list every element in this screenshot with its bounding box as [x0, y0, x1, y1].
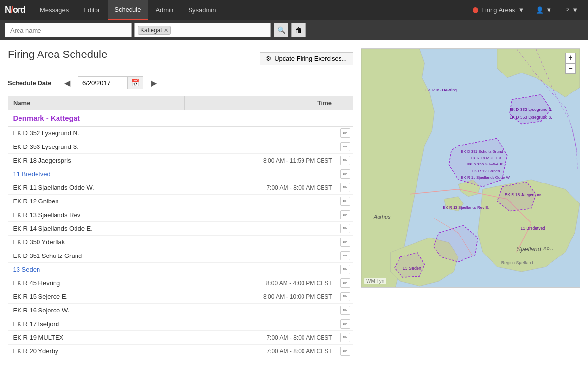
- svg-text:Ko...: Ko...: [543, 245, 553, 251]
- user-menu-button[interactable]: 👤 ▼: [531, 0, 557, 20]
- time-cell: 7:00 AM - 8:00 AM CEST: [184, 181, 337, 195]
- nav-item-sysadmin[interactable]: Sysadmin: [181, 0, 223, 20]
- table-row: EK R 18 Jaegerspris8:00 AM - 11:59 PM CE…: [8, 154, 353, 167]
- time-cell: 8:00 AM - 4:00 PM CEST: [184, 276, 337, 290]
- time-cell: [184, 140, 337, 154]
- nav-item-admin[interactable]: Admin: [149, 0, 180, 20]
- edit-button[interactable]: ✏: [340, 347, 350, 356]
- kattegat-tag[interactable]: Kattegat ✕: [138, 26, 171, 35]
- nav-item-messages[interactable]: Messages: [33, 0, 76, 20]
- time-cell: [184, 167, 337, 181]
- area-name-cell: EK R 19 MULTEX: [8, 331, 185, 345]
- time-cell: [184, 127, 337, 140]
- edit-button[interactable]: ✏: [340, 319, 350, 329]
- gear-icon: ⚙: [266, 55, 272, 62]
- area-name-cell: EK D 350 Yderflak: [8, 236, 185, 249]
- time-cell: 8:00 AM - 11:59 PM CEST: [184, 154, 337, 167]
- next-date-button[interactable]: ▶: [148, 77, 160, 89]
- left-panel: Firing Area Schedule ⚙ Update Firing Exe…: [8, 48, 353, 358]
- edit-cell: ✏: [337, 127, 353, 140]
- edit-button[interactable]: ✏: [340, 251, 350, 260]
- edit-button[interactable]: ✏: [340, 238, 350, 247]
- edit-cell: ✏: [337, 290, 353, 304]
- time-cell: [184, 317, 337, 331]
- date-input-wrap: 📅: [78, 76, 143, 89]
- schedule-date-row: Schedule Date ◀ 📅 ▶: [8, 76, 353, 89]
- edit-button[interactable]: ✏: [340, 278, 350, 288]
- area-name-cell: EK R 18 Jaegerspris: [8, 154, 185, 167]
- zoom-out-button[interactable]: −: [565, 63, 576, 74]
- app-logo[interactable]: N/ord: [5, 5, 25, 15]
- edit-cell: ✏: [337, 222, 353, 236]
- edit-button[interactable]: ✏: [340, 292, 350, 301]
- table-row: EK R 16 Sejeroe W.✏: [8, 304, 353, 317]
- tag-input-container[interactable]: Kattegat ✕: [134, 23, 271, 37]
- area-name-link[interactable]: 13 Seden: [13, 266, 40, 273]
- nav-item-schedule[interactable]: Schedule: [108, 0, 148, 20]
- area-name-cell: EK R 16 Sejeroe W.: [8, 304, 185, 317]
- zoom-in-button[interactable]: +: [565, 53, 576, 63]
- edit-cell: ✏: [337, 140, 353, 154]
- edit-button[interactable]: ✏: [340, 306, 350, 315]
- area-name-cell: EK D 353 Lysegrund S.: [8, 140, 185, 154]
- firing-areas-label: Firing Areas: [481, 6, 515, 14]
- table-header-row: Name Time: [8, 96, 353, 110]
- edit-button[interactable]: ✏: [340, 183, 350, 192]
- area-name-link[interactable]: 11 Bredetved: [13, 170, 51, 178]
- edit-button[interactable]: ✏: [340, 142, 350, 151]
- delete-icon: 🗑: [295, 26, 302, 34]
- edit-cell: ✏: [337, 263, 353, 276]
- firing-areas-dropdown[interactable]: Firing Areas ▼: [468, 0, 529, 20]
- search-button[interactable]: 🔍: [274, 23, 288, 37]
- map-container[interactable]: EK R 45 Hevring EK D 352 Lysegrund N. EK…: [361, 48, 580, 288]
- date-input[interactable]: [78, 77, 127, 89]
- area-name-cell: 13 Seden: [8, 263, 185, 276]
- table-row: EK R 20 Yderby7:00 AM - 8:00 AM CEST✏: [8, 345, 353, 358]
- language-menu-button[interactable]: 🏳 ▼: [559, 0, 583, 20]
- svg-text:EK R 19 MULTEX: EK R 19 MULTEX: [471, 156, 502, 160]
- edit-cell: ✏: [337, 345, 353, 358]
- area-name-cell: EK R 12 Gniben: [8, 195, 185, 208]
- svg-text:EK R 18 Jaegerspris: EK R 18 Jaegerspris: [505, 192, 543, 197]
- col-header-time: Time: [184, 96, 337, 110]
- svg-text:EK R 45 Hevring: EK R 45 Hevring: [424, 88, 457, 92]
- area-name-cell: EK R 20 Yderby: [8, 345, 185, 358]
- prev-date-button[interactable]: ◀: [61, 77, 73, 89]
- area-name-cell: EK D 351 Schultz Grund: [8, 249, 185, 263]
- search-bar: Kattegat ✕ 🔍 🗑: [0, 20, 588, 40]
- edit-button[interactable]: ✏: [340, 265, 350, 274]
- edit-button[interactable]: ✏: [340, 197, 350, 206]
- table-row: 11 Bredetved✏: [8, 167, 353, 181]
- group-header-label: Denmark - Kattegat: [8, 110, 353, 127]
- svg-text:Aarhus: Aarhus: [373, 214, 391, 219]
- calendar-icon-button[interactable]: 📅: [127, 77, 143, 89]
- edit-cell: ✏: [337, 154, 353, 167]
- table-row: EK R 13 Sjaellands Rev✏: [8, 208, 353, 222]
- edit-button[interactable]: ✏: [340, 224, 350, 233]
- edit-button[interactable]: ✏: [340, 210, 350, 219]
- status-dot: [473, 7, 478, 13]
- edit-button[interactable]: ✏: [340, 169, 350, 179]
- area-name-cell: EK R 14 Sjaellands Odde E.: [8, 222, 185, 236]
- nav-item-editor[interactable]: Editor: [76, 0, 107, 20]
- edit-button[interactable]: ✏: [340, 156, 350, 165]
- svg-text:EK D 350 Yderflak E.: EK D 350 Yderflak E.: [467, 162, 504, 166]
- header-row: Firing Area Schedule ⚙ Update Firing Exe…: [8, 48, 353, 69]
- area-name-input[interactable]: [5, 23, 132, 37]
- area-name-cell: 11 Bredetved: [8, 167, 185, 181]
- svg-text:Sjælland: Sjælland: [517, 245, 542, 253]
- edit-button[interactable]: ✏: [340, 128, 350, 138]
- flag-chevron-icon: ▼: [572, 6, 578, 14]
- right-panel: EK R 45 Hevring EK D 352 Lysegrund N. EK…: [361, 48, 580, 358]
- svg-text:11 Bredetved: 11 Bredetved: [521, 226, 546, 231]
- edit-button[interactable]: ✏: [340, 333, 350, 342]
- svg-text:EK D 351 Schultz Grund: EK D 351 Schultz Grund: [461, 149, 503, 154]
- edit-cell: ✏: [337, 236, 353, 249]
- edit-cell: ✏: [337, 208, 353, 222]
- tag-close-icon[interactable]: ✕: [164, 27, 168, 34]
- update-btn-label: Update Firing Exercises...: [274, 55, 347, 62]
- svg-text:EK R 12 Gniben: EK R 12 Gniben: [472, 169, 500, 173]
- update-firing-exercises-button[interactable]: ⚙ Update Firing Exercises...: [260, 52, 353, 65]
- table-row: EK D 351 Schultz Grund✏: [8, 249, 353, 263]
- delete-button[interactable]: 🗑: [291, 23, 306, 37]
